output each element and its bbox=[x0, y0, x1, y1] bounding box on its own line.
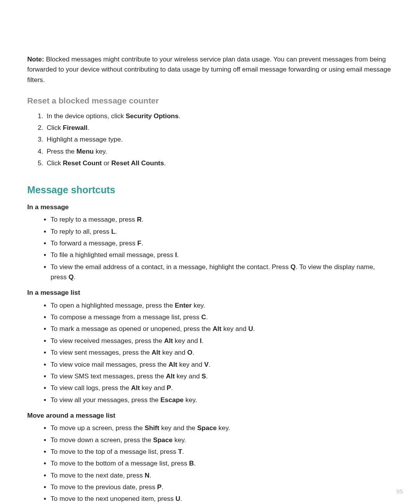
list-item: To move to the top of a message list, pr… bbox=[51, 447, 393, 457]
group-title: In a message bbox=[27, 202, 393, 212]
list-item: To move to the bottom of a message list,… bbox=[51, 458, 393, 469]
bold-text: U bbox=[175, 495, 180, 502]
list-item: To view SMS text messages, press the Alt… bbox=[51, 371, 393, 382]
list-item: To forward a message, press F. bbox=[51, 238, 393, 248]
list-item: To move down a screen, press the Space k… bbox=[51, 435, 393, 445]
shortcut-list: To reply to a message, press R.To reply … bbox=[27, 215, 393, 282]
list-item: To mark a message as opened or unopened,… bbox=[51, 324, 393, 334]
bold-text: Q bbox=[290, 263, 296, 271]
list-item: To reply to a message, press R. bbox=[51, 215, 393, 225]
bold-text: O bbox=[187, 349, 192, 356]
bold-text: Menu bbox=[77, 148, 94, 155]
step-item: Highlight a message type. bbox=[45, 135, 393, 145]
bold-text: Enter bbox=[175, 302, 191, 309]
list-item: To move up a screen, press the Shift key… bbox=[51, 423, 393, 433]
bold-text: T bbox=[178, 448, 182, 455]
bold-text: V bbox=[204, 361, 208, 368]
bold-text: R bbox=[137, 216, 142, 223]
bold-text: N bbox=[145, 472, 149, 479]
list-item: To view received messages, press the Alt… bbox=[51, 336, 393, 346]
list-item: To view voice mail messages, press the A… bbox=[51, 360, 393, 370]
bold-text: C bbox=[201, 313, 206, 321]
list-item: To view call logs, press the Alt key and… bbox=[51, 383, 393, 393]
list-item: To view all your messages, press the Esc… bbox=[51, 395, 393, 405]
bold-text: P bbox=[157, 483, 161, 491]
list-item: To move to the next unopened item, press… bbox=[51, 494, 393, 504]
bold-text: Alt bbox=[168, 361, 177, 368]
bold-text: Space bbox=[197, 424, 217, 432]
shortcuts-heading: Message shortcuts bbox=[27, 182, 393, 198]
bold-text: Escape bbox=[161, 396, 184, 404]
bold-text: I bbox=[200, 337, 202, 345]
bold-text: P bbox=[167, 384, 171, 392]
list-item: To open a highlighted message, press the… bbox=[51, 301, 393, 311]
bold-text: Reset Count bbox=[63, 159, 102, 167]
bold-text: B bbox=[189, 460, 194, 467]
step-item: In the device options, click Security Op… bbox=[45, 111, 393, 121]
page-number: 95 bbox=[396, 487, 403, 496]
bold-text: Alt bbox=[213, 325, 222, 332]
bold-text: U bbox=[248, 325, 253, 332]
list-item: To reply to all, press L. bbox=[51, 227, 393, 237]
bold-text: Q bbox=[68, 273, 74, 281]
bold-text: Reset All Counts bbox=[111, 159, 164, 167]
group-title: Move around a message list bbox=[27, 411, 393, 421]
note-block: Note: Blocked messages might contribute … bbox=[27, 54, 393, 85]
step-item: Press the Menu key. bbox=[45, 147, 393, 157]
note-label: Note: bbox=[27, 56, 44, 63]
bold-text: L bbox=[111, 228, 115, 235]
bold-text: Firewall bbox=[63, 124, 88, 131]
shortcut-list: To move up a screen, press the Shift key… bbox=[27, 423, 393, 504]
bold-text: Shift bbox=[145, 424, 159, 432]
bold-text: Alt bbox=[152, 349, 161, 356]
bold-text: Alt bbox=[166, 373, 175, 380]
bold-text: S bbox=[201, 373, 206, 380]
step-item: Click Firewall. bbox=[45, 123, 393, 133]
bold-text: Security Options bbox=[126, 112, 178, 120]
reset-heading: Reset a blocked message counter bbox=[27, 94, 393, 107]
list-item: To move to the previous date, press P. bbox=[51, 482, 393, 492]
bold-text: I bbox=[175, 251, 177, 259]
group-title: In a message list bbox=[27, 288, 393, 298]
list-item: To view the email address of a contact, … bbox=[51, 262, 393, 283]
reset-steps: In the device options, click Security Op… bbox=[27, 111, 393, 169]
bold-text: F bbox=[137, 240, 141, 247]
shortcut-list: To open a highlighted message, press the… bbox=[27, 301, 393, 405]
step-item: Click Reset Count or Reset All Counts. bbox=[45, 158, 393, 168]
list-item: To view sent messages, press the Alt key… bbox=[51, 348, 393, 358]
page: Note: Blocked messages might contribute … bbox=[0, 0, 420, 504]
list-item: To compose a message from a message list… bbox=[51, 312, 393, 322]
shortcut-groups: In a messageTo reply to a message, press… bbox=[27, 202, 393, 504]
bold-text: Alt bbox=[131, 384, 140, 392]
bold-text: Space bbox=[153, 436, 173, 444]
bold-text: Alt bbox=[164, 337, 173, 345]
list-item: To file a highlighted email message, pre… bbox=[51, 250, 393, 260]
note-text: Blocked messages might contribute to you… bbox=[27, 56, 391, 84]
list-item: To move to the next date, press N. bbox=[51, 471, 393, 481]
